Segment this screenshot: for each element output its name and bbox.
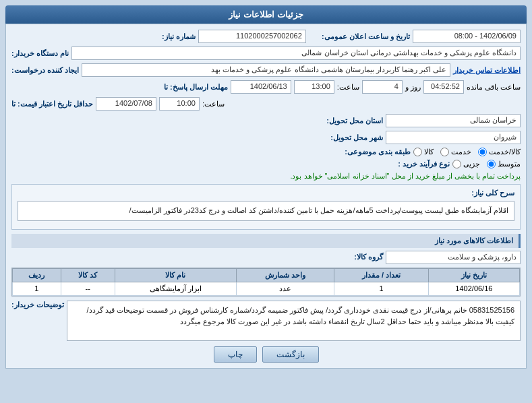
sarh-row: سرح کلی نیاز: bbox=[18, 189, 514, 197]
noe-label: نوع فرآیند خرید : bbox=[398, 160, 450, 168]
cell-tedad: 1 bbox=[334, 282, 429, 295]
print-button[interactable]: چاپ bbox=[214, 346, 257, 363]
remaining-row: ساعت باقی مانده 04:52:52 روز و 4 ساعت: 1… bbox=[231, 80, 521, 94]
radio-kala-khedmat: کالا/خدمت bbox=[478, 148, 521, 156]
description-row: 05831525156 خانم برهانی/از درج قیمت نقدی… bbox=[11, 301, 521, 341]
tarikh-value: 1402/06/09 - 08:00 bbox=[413, 30, 521, 43]
mohlat-row: ساعت باقی مانده 04:52:52 روز و 4 ساعت: 1… bbox=[11, 80, 521, 94]
goroh-row: دارو، پزشکی و سلامت گروه کالا: bbox=[11, 251, 521, 264]
radio-jozi-input[interactable] bbox=[452, 160, 461, 168]
tarikh-label: تاریخ و ساعت اعلان عمومی: bbox=[322, 32, 410, 41]
mohlat-date-value: 1402/06/13 bbox=[231, 80, 291, 94]
col-tarikh: تاریخ نیاز bbox=[428, 268, 519, 282]
items-table: تاریخ نیاز تعداد / مقدار واحد شمارش نام … bbox=[12, 268, 520, 296]
pardakht-text: پرداخت تمام با بخشی از مبلغ خرید از محل … bbox=[290, 172, 521, 181]
cell-vahed: عدد bbox=[236, 282, 334, 295]
ettelaat-link[interactable]: اطلاعات تماس خریدار bbox=[453, 66, 521, 75]
page-header: جزئیات اطلاعات نیاز bbox=[5, 5, 527, 24]
radio-jozi-label: جزیی bbox=[463, 160, 480, 168]
tabaghe-label: طبقه بندی موضوعی: bbox=[345, 148, 411, 156]
roz-value: 4 bbox=[362, 80, 403, 94]
shomara-label: شماره نیاز: bbox=[162, 32, 196, 41]
radio-kala-label: کالا bbox=[424, 148, 434, 156]
cell-radif: 1 bbox=[13, 282, 61, 295]
ijad-label: ایجاد کننده درخواست: bbox=[11, 66, 79, 75]
cell-name: ابزار آزمایشگاهی bbox=[115, 282, 236, 295]
col-tedad: تعداد / مقدار bbox=[334, 268, 429, 282]
cell-kod: -- bbox=[61, 282, 115, 295]
description-text: 05831525156 خانم برهانی/از درج قیمت نقدی… bbox=[67, 301, 521, 341]
roz-label: روز و bbox=[405, 83, 421, 92]
radio-kala-khedmat-input[interactable] bbox=[478, 148, 487, 156]
button-row: بازگشت چاپ bbox=[11, 346, 521, 363]
table-row: 1402/06/16 1 عدد ابزار آزمایشگاهی -- 1 bbox=[13, 282, 520, 295]
pardakht-row: پرداخت تمام با بخشی از مبلغ خرید از محل … bbox=[11, 172, 521, 181]
dastgah-label: نام دستگاه خریدار: bbox=[11, 49, 69, 58]
shahr-row: شیروان شهر محل تحویل: bbox=[11, 131, 521, 144]
sarh-section: سرح کلی نیاز: اقلام آزمایشگاه طبق لیست پ… bbox=[11, 184, 521, 230]
radio-khedmat-label: خدمت bbox=[451, 148, 471, 156]
shahr-label: شهر محل تحویل: bbox=[330, 133, 383, 142]
back-button[interactable]: بازگشت bbox=[262, 346, 319, 363]
haddaghal-time-value: 10:00 bbox=[159, 97, 200, 111]
radio-jozi: جزیی bbox=[452, 160, 480, 168]
dastgah-value: دانشگاه علوم پزشکی و خدمات بهداشتی درمان… bbox=[71, 46, 521, 60]
shomara-row: 1402/06/09 - 08:00 تاریخ و ساعت اعلان عم… bbox=[11, 30, 521, 43]
goroh-value: دارو، پزشکی و سلامت bbox=[386, 251, 521, 264]
haddaghal-time-label: ساعت: bbox=[202, 100, 225, 108]
radio-motavaset-input[interactable] bbox=[487, 160, 496, 168]
mohlat-time-value: 13:00 bbox=[294, 80, 334, 94]
radio-kala: کالا bbox=[413, 148, 434, 156]
haddaghal-row: ساعت: 10:00 1402/07/08 حداقل تاریخ اعتبا… bbox=[11, 97, 521, 111]
haddaghal-date-value: 1402/07/08 bbox=[96, 97, 156, 111]
col-name: نام کالا bbox=[115, 268, 236, 282]
phone-label: توضیحات خریدار: bbox=[11, 301, 64, 309]
noe-row: متوسط جزیی نوع فرآیند خرید : bbox=[11, 160, 521, 168]
radio-motavaset-label: متوسط bbox=[498, 160, 521, 168]
ostan-row: خراسان شمالی استان محل تحویل: bbox=[11, 114, 521, 127]
ijad-row: اطلاعات تماس خریدار علی اکبر رهنما کاربر… bbox=[11, 63, 521, 77]
noe-radio-group: متوسط جزیی bbox=[452, 160, 521, 168]
shomara-value: 1102000257002062 bbox=[198, 30, 306, 43]
ijad-value: علی اکبر رهنما کاربردار بیمارستان هاشمی … bbox=[82, 63, 450, 77]
tabaghe-radio-group: کالا/خدمت خدمت کالا bbox=[413, 148, 521, 156]
shahr-value: شیروان bbox=[386, 131, 521, 144]
radio-khedmat: خدمت bbox=[440, 148, 471, 156]
col-radif: ردیف bbox=[13, 268, 61, 282]
sarh-value: اقلام آزمایشگاه طبق لیست پیوست/پرداخت 5م… bbox=[18, 201, 514, 221]
countdown-value: 04:52:52 bbox=[423, 80, 464, 94]
ettelaat-title: اطلاعات کالاهای مورد نیاز bbox=[11, 234, 521, 248]
cell-tarikh: 1402/06/16 bbox=[428, 282, 519, 295]
mohlat-label: مهلت ارسال پاسخ: تا bbox=[164, 83, 228, 92]
dastgah-row: دانشگاه علوم پزشکی و خدمات بهداشتی درمان… bbox=[11, 46, 521, 60]
baqi-label: ساعت باقی مانده bbox=[467, 83, 521, 92]
main-container: جزئیات اطلاعات نیاز 1402/06/09 - 08:00 ت… bbox=[0, 0, 532, 374]
ostan-value: خراسان شمالی bbox=[386, 114, 521, 127]
radio-kala-input[interactable] bbox=[413, 148, 422, 156]
sarh-label: سرح کلی نیاز: bbox=[467, 189, 514, 197]
tabaghe-row: کالا/خدمت خدمت کالا طبقه بندی موضوعی: bbox=[11, 148, 521, 156]
col-vahed: واحد شمارش bbox=[236, 268, 334, 282]
content-area: 1402/06/09 - 08:00 تاریخ و ساعت اعلان عم… bbox=[5, 24, 527, 369]
items-table-container: تاریخ نیاز تعداد / مقدار واحد شمارش نام … bbox=[11, 268, 521, 297]
radio-motavaset: متوسط bbox=[487, 160, 521, 168]
radio-kala-khedmat-label: کالا/خدمت bbox=[489, 148, 521, 156]
col-kod: کد کالا bbox=[61, 268, 115, 282]
mohlat-time-label: ساعت: bbox=[337, 83, 359, 92]
ostan-label: استان محل تحویل: bbox=[326, 117, 383, 125]
haddaghal-label: حداقل تاریخ اعتبار قیمت: تا bbox=[11, 100, 93, 108]
page-title: جزئیات اطلاعات نیاز bbox=[229, 9, 303, 20]
goroh-label: گروه کالا: bbox=[354, 253, 383, 261]
radio-khedmat-input[interactable] bbox=[440, 148, 449, 156]
